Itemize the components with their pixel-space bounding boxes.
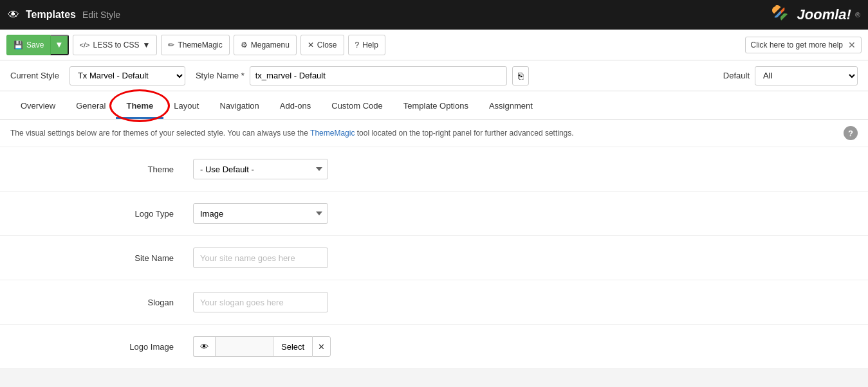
logo-type-row: Logo Type Image: [0, 192, 868, 236]
logo-clear-icon: ✕: [318, 342, 325, 352]
content-area: Theme - Use Default - Logo Type Image Si…: [0, 147, 868, 369]
logo-type-select[interactable]: Image: [193, 203, 328, 224]
theme-magic-icon: ✏: [168, 40, 174, 50]
top-bar: 👁 Templates Edit Style Joomla! ®: [0, 0, 868, 30]
theme-control-wrap: - Use Default -: [187, 159, 868, 179]
save-button[interactable]: 💾 Save: [6, 35, 50, 55]
logo-image-control-wrap: 👁 Select ✕: [187, 336, 868, 357]
help-notification-close[interactable]: ✕: [848, 40, 856, 50]
megamenu-button[interactable]: ⚙ Megamenu: [234, 35, 297, 55]
help-icon: ?: [355, 40, 360, 50]
site-name-row: Site Name: [0, 236, 868, 280]
joomla-icon: [770, 3, 793, 26]
tab-custom-code[interactable]: Custom Code: [321, 94, 392, 119]
theme-magic-button[interactable]: ✏ ThemeMagic: [161, 35, 229, 55]
site-name-control-wrap: [187, 248, 868, 268]
tab-addons[interactable]: Add-ons: [270, 94, 321, 119]
slogan-label: Slogan: [0, 298, 187, 307]
help-notification-text: Click here to get more help: [751, 40, 843, 50]
default-label: Default: [723, 71, 750, 80]
tab-overview[interactable]: Overview: [10, 94, 66, 119]
logo-select-button[interactable]: Select: [273, 336, 312, 357]
logo-type-control-wrap: Image: [187, 203, 868, 224]
tab-assignment[interactable]: Assignment: [479, 94, 543, 119]
current-style-label: Current Style: [10, 71, 59, 80]
default-select[interactable]: All: [755, 66, 858, 86]
less-icon: </>: [80, 41, 90, 49]
logo-image-group: 👁 Select ✕: [193, 336, 868, 357]
logo-preview-button[interactable]: 👁: [193, 336, 215, 357]
close-icon: ✕: [308, 40, 314, 50]
current-style-select[interactable]: Tx Marvel - Default: [69, 66, 185, 86]
slogan-control-wrap: [187, 292, 868, 312]
eye-icon: 👁: [8, 8, 19, 22]
slogan-row: Slogan: [0, 280, 868, 325]
help-notification: Click here to get more help ✕: [745, 37, 862, 53]
app-subtitle: Edit Style: [82, 10, 120, 20]
theme-row: Theme - Use Default -: [0, 147, 868, 192]
less-dropdown-arrow: ▼: [143, 40, 151, 50]
tab-navigation[interactable]: Navigation: [209, 94, 269, 119]
style-name-group: Style Name * ⎘: [196, 66, 713, 86]
copy-style-button[interactable]: ⎘: [512, 66, 529, 86]
info-text: The visual settings below are for themes…: [10, 129, 574, 138]
tab-theme[interactable]: Theme: [116, 94, 163, 119]
megamenu-icon: ⚙: [241, 40, 248, 50]
theme-magic-link[interactable]: ThemeMagic: [310, 129, 355, 138]
logo-image-row: Logo Image 👁 Select ✕: [0, 325, 868, 369]
site-name-input[interactable]: [193, 248, 328, 268]
tab-layout[interactable]: Layout: [163, 94, 209, 119]
joomla-logo: Joomla! ®: [770, 3, 860, 26]
save-button-group: 💾 Save ▼: [6, 35, 69, 55]
save-dropdown-button[interactable]: ▼: [50, 35, 68, 55]
style-name-label: Style Name *: [196, 71, 245, 80]
less-to-css-button[interactable]: </> LESS to CSS ▼: [73, 35, 158, 55]
context-help-button[interactable]: ?: [844, 126, 858, 140]
logo-image-label: Logo Image: [0, 342, 187, 352]
toolbar: 💾 Save ▼ </> LESS to CSS ▼ ✏ ThemeMagic …: [0, 30, 868, 60]
site-name-label: Site Name: [0, 253, 187, 263]
style-name-input[interactable]: [250, 66, 507, 86]
joomla-text: Joomla!: [797, 6, 851, 23]
default-section: Default All: [723, 66, 858, 86]
slogan-input[interactable]: [193, 292, 328, 312]
logo-eye-icon: 👁: [200, 342, 208, 352]
save-disk-icon: 💾: [14, 40, 23, 50]
logo-file-display: [215, 336, 273, 357]
top-bar-left: 👁 Templates Edit Style: [8, 8, 120, 22]
tab-general[interactable]: General: [66, 94, 116, 119]
logo-type-label: Logo Type: [0, 209, 187, 219]
close-button[interactable]: ✕ Close: [300, 35, 344, 55]
help-button[interactable]: ? Help: [348, 35, 385, 55]
tabs-bar: Overview General Theme Layout Navigation…: [0, 91, 868, 120]
registered-mark: ®: [855, 11, 860, 19]
logo-clear-button[interactable]: ✕: [312, 336, 331, 357]
theme-field-label: Theme: [0, 165, 187, 174]
app-title: Templates: [26, 9, 76, 21]
info-bar: The visual settings below are for themes…: [0, 120, 868, 147]
tab-template-options[interactable]: Template Options: [393, 94, 479, 119]
style-bar: Current Style Tx Marvel - Default Style …: [0, 60, 868, 91]
theme-select[interactable]: - Use Default -: [193, 159, 328, 179]
